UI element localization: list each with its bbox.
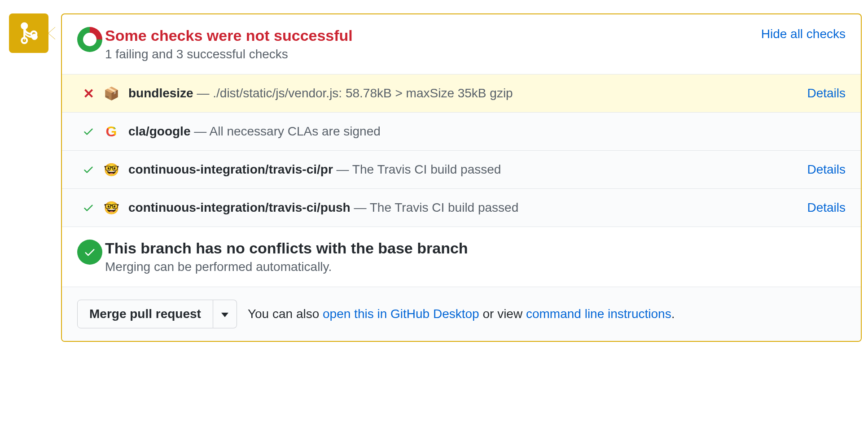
check-icon <box>77 164 100 175</box>
caret-down-icon <box>221 313 228 317</box>
merge-button-group: Merge pull request <box>77 300 237 328</box>
check-row: 🤓continuous-integration/travis-ci/push —… <box>62 189 861 227</box>
check-message: — ./dist/static/js/vendor.js: 58.78kB > … <box>193 86 513 100</box>
check-text: continuous-integration/travis-ci/push — … <box>128 201 798 215</box>
check-name: bundlesize <box>128 86 193 100</box>
check-text: bundlesize — ./dist/static/js/vendor.js:… <box>128 86 798 100</box>
check-icon <box>77 126 100 137</box>
command-line-instructions-link[interactable]: command line instructions <box>526 307 671 321</box>
merge-pull-request-button[interactable]: Merge pull request <box>77 300 213 328</box>
conflict-subtitle: Merging can be performed automatically. <box>105 260 846 274</box>
open-github-desktop-link[interactable]: open this in GitHub Desktop <box>323 307 479 321</box>
footer-text-post: . <box>671 307 675 321</box>
check-text: cla/google — All necessary CLAs are sign… <box>128 124 846 139</box>
git-merge-icon <box>19 22 39 45</box>
checks-list: ✕📦bundlesize — ./dist/static/js/vendor.j… <box>62 74 861 227</box>
check-name: continuous-integration/travis-ci/pr <box>128 162 333 176</box>
merge-footer-text: You can also open this in GitHub Desktop… <box>248 307 675 321</box>
check-app-avatar: 📦 <box>102 84 120 102</box>
check-text: continuous-integration/travis-ci/pr — Th… <box>128 162 798 177</box>
checks-summary-subtitle: 1 failing and 3 successful checks <box>105 47 752 61</box>
check-details-link[interactable]: Details <box>807 201 846 215</box>
check-name: cla/google <box>128 124 190 138</box>
check-app-avatar: G <box>102 122 120 140</box>
merge-footer: Merge pull request You can also open thi… <box>62 287 861 341</box>
checks-summary-title: Some checks were not successful <box>105 27 752 44</box>
checks-summary-section: Some checks were not successful 1 failin… <box>62 14 861 74</box>
check-message: — The Travis CI build passed <box>351 201 519 214</box>
check-app-avatar: 🤓 <box>102 161 120 179</box>
check-details-link[interactable]: Details <box>807 162 846 177</box>
merge-options-dropdown-button[interactable] <box>213 300 237 328</box>
check-row: ✕📦bundlesize — ./dist/static/js/vendor.j… <box>62 74 861 113</box>
check-message: — The Travis CI build passed <box>333 162 501 176</box>
check-message: — All necessary CLAs are signed <box>190 124 380 138</box>
conflict-title: This branch has no conflicts with the ba… <box>105 240 846 257</box>
check-row: 🤓continuous-integration/travis-ci/pr — T… <box>62 151 861 189</box>
merge-status-panel: Some checks were not successful 1 failin… <box>61 13 862 342</box>
check-details-link[interactable]: Details <box>807 86 846 100</box>
status-donut-icon <box>77 27 102 52</box>
check-circle-icon <box>77 240 102 265</box>
check-row: Gcla/google — All necessary CLAs are sig… <box>62 113 861 151</box>
check-app-avatar: 🤓 <box>102 199 120 217</box>
footer-text-mid: or view <box>479 307 526 321</box>
merge-timeline-badge <box>9 13 48 53</box>
hide-all-checks-link[interactable]: Hide all checks <box>761 27 846 41</box>
x-icon: ✕ <box>77 86 100 101</box>
footer-text-pre: You can also <box>248 307 323 321</box>
check-name: continuous-integration/travis-ci/push <box>128 201 351 214</box>
check-icon <box>77 202 100 214</box>
merge-conflict-section: This branch has no conflicts with the ba… <box>62 227 861 287</box>
